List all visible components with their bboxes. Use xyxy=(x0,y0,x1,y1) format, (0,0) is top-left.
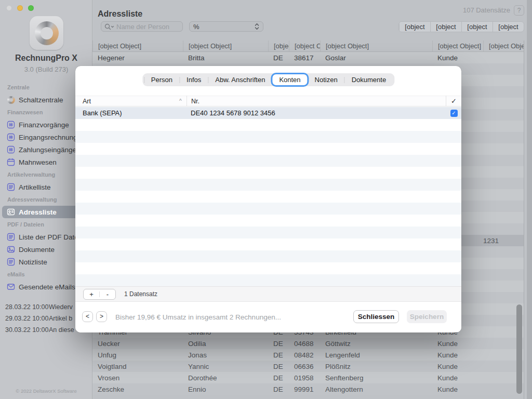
save-button-disabled[interactable]: Speichern xyxy=(407,310,447,323)
reminder-date: 28.03.22 10:00 xyxy=(0,303,49,315)
column-header-art[interactable]: Art xyxy=(75,98,179,105)
sidebar-item-label: Notizliste xyxy=(19,258,47,266)
toolbar-button[interactable]: [object Object] xyxy=(493,22,524,32)
sidebar-item-label: Artikelliste xyxy=(19,183,51,191)
cell-status: Kunde xyxy=(432,385,483,393)
cell-plz: 06636 xyxy=(289,363,320,370)
sort-ascending-icon[interactable]: ^ xyxy=(179,98,187,104)
number-hash-icon xyxy=(7,121,15,129)
cell-nachname: Vrosen xyxy=(92,374,183,382)
sidebar-item-label: Gesendete eMails xyxy=(19,283,75,291)
add-remove-control: + - xyxy=(83,289,116,300)
table-column-header[interactable]: [object Object] xyxy=(432,41,483,51)
next-record-button[interactable]: > xyxy=(96,311,107,322)
sidebar-item-label: Liste der PDF Date xyxy=(19,233,78,241)
account-type: Bank (SEPA) xyxy=(75,109,187,117)
cell-nachname: Zeschke xyxy=(92,385,183,393)
cell-vorname: Dorothée xyxy=(183,374,268,382)
reminder-date: 30.03.22 10:00 xyxy=(0,326,49,338)
table-column-header[interactable]: [object Object] xyxy=(183,41,268,51)
window-controls xyxy=(6,5,34,11)
stripe-row xyxy=(75,262,461,274)
cell-ort: Goslar xyxy=(320,54,432,62)
cell-kundennr: 1231 xyxy=(483,237,524,245)
copyright: © 2022 DeltaworX Software xyxy=(0,388,92,394)
scrollbar-track xyxy=(524,41,524,399)
table-column-header[interactable]: [object Object] xyxy=(268,41,289,51)
table-row[interactable]: Hegener Britta DE 38617 Goslar Kunde xyxy=(92,52,524,63)
stripe-row xyxy=(75,191,461,203)
add-record-button[interactable]: + xyxy=(84,289,99,299)
previous-record-button[interactable]: < xyxy=(82,311,93,322)
app-logo xyxy=(30,16,63,50)
column-header-check[interactable]: ✓ xyxy=(446,97,461,105)
filter-select[interactable]: % xyxy=(189,21,263,32)
toolbar-button[interactable]: [object Object] xyxy=(399,22,430,32)
cell-ort: Lengenfeld xyxy=(320,351,432,359)
reminder-text: Artikel b xyxy=(49,315,72,326)
cell-land: DE xyxy=(268,385,289,393)
dialog-tab-bar: Person Infos Abw. Anschriften Konten Not… xyxy=(142,73,394,86)
table-row[interactable]: Vrosen Dorothée DE 01958 Senftenberg Kun… xyxy=(92,372,524,383)
table-column-header[interactable]: [object Object] xyxy=(289,41,320,51)
sidebar-item-label: Dokumente xyxy=(19,246,55,254)
dialog-tab[interactable]: Abw. Anschriften xyxy=(208,74,272,85)
table-row[interactable]: Voigtland Yannic DE 06636 Plößnitz Kunde xyxy=(92,361,524,372)
search-input[interactable]: Name der Person xyxy=(101,21,183,32)
dialog-tab[interactable]: Konten xyxy=(272,74,307,85)
cell-plz: 99991 xyxy=(289,385,320,393)
accounts-table-header: Art ^ Nr. ✓ xyxy=(75,96,461,107)
scrollbar-thumb[interactable] xyxy=(516,304,522,394)
window-edge xyxy=(527,0,532,399)
accounts-count: 1 Datensatz xyxy=(124,290,157,298)
table-row[interactable]: Uecker Odilia DE 04688 Göttwitz Kunde xyxy=(92,338,524,349)
number-hash-icon xyxy=(7,133,15,141)
cell-vorname: Jonas xyxy=(183,351,268,359)
account-row[interactable]: Bank (SEPA) DE40 1234 5678 9012 3456 ✓ xyxy=(75,107,461,119)
cell-vorname: Britta xyxy=(183,54,268,62)
table-row[interactable]: Unfug Jonas DE 08482 Lengenfeld Kunde xyxy=(92,349,524,361)
calendar-icon xyxy=(7,158,15,166)
sidebar-item-label: Mahnwesen xyxy=(19,158,57,166)
table-column-header[interactable]: [object Object] xyxy=(483,41,524,51)
table-column-header[interactable]: [object Object] xyxy=(320,41,432,51)
cell-vorname: Ennio xyxy=(183,385,268,393)
cell-land: DE xyxy=(268,363,289,370)
search-icon xyxy=(104,23,114,30)
cell-ort: Senftenberg xyxy=(320,374,432,382)
remove-record-button[interactable]: - xyxy=(100,289,115,299)
number-hash-icon xyxy=(7,145,15,154)
toolbar-button[interactable]: [object Object] xyxy=(430,22,461,32)
close-button[interactable]: Schliessen xyxy=(353,310,399,323)
cell-vorname: Yannic xyxy=(183,363,268,370)
record-detail-dialog: Person Infos Abw. Anschriften Konten Not… xyxy=(75,66,461,332)
cell-status: Kunde xyxy=(432,340,483,348)
help-button[interactable]: ? xyxy=(514,5,524,16)
column-header-nr[interactable]: Nr. xyxy=(187,98,446,105)
cell-nachname: Hegener xyxy=(92,54,183,62)
search-placeholder: Name der Person xyxy=(116,23,169,31)
cell-plz: 01958 xyxy=(289,374,320,382)
mail-icon xyxy=(7,283,15,291)
dialog-tab[interactable]: Notizen xyxy=(308,74,344,85)
cell-status: Kunde xyxy=(432,351,483,359)
minimize-window-button[interactable] xyxy=(17,5,23,11)
table-column-header[interactable]: [object Object] xyxy=(92,41,183,51)
cell-vorname: Odilia xyxy=(183,340,268,348)
stepper-chevrons-icon xyxy=(255,23,259,30)
active-checkbox[interactable]: ✓ xyxy=(450,110,458,117)
list-icon xyxy=(7,258,15,266)
close-window-button[interactable] xyxy=(6,5,12,11)
toolbar-button[interactable]: [object Object] xyxy=(461,22,493,32)
list-icon xyxy=(7,183,15,191)
stripe-row xyxy=(75,143,461,155)
table-header: [object Object][object Object][object Ob… xyxy=(92,41,524,52)
zoom-window-button[interactable] xyxy=(28,5,34,11)
table-row[interactable]: Zeschke Ennio DE 99991 Altengottern Kund… xyxy=(92,383,524,395)
sidebar-item-label: Finanzvorgänge xyxy=(19,121,69,129)
dialog-tab[interactable]: Infos xyxy=(180,74,208,85)
dialog-tab[interactable]: Person xyxy=(144,74,179,85)
toolbar-button-group: [object Object][object Object][object Ob… xyxy=(398,21,524,32)
dialog-tab[interactable]: Dokumente xyxy=(345,74,393,85)
hub-logo-icon xyxy=(7,96,15,104)
